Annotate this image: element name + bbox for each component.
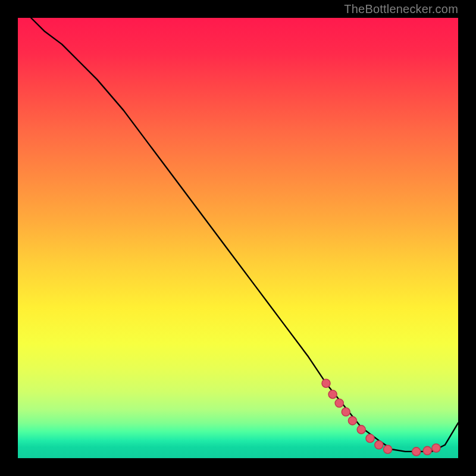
data-point: [366, 434, 374, 443]
chart-svg: [18, 18, 458, 458]
chart-curve: [31, 18, 458, 452]
data-point: [342, 408, 350, 416]
data-point: [322, 379, 330, 387]
data-point: [348, 416, 356, 425]
data-point: [328, 390, 337, 399]
data-point: [384, 445, 392, 453]
data-point: [335, 399, 343, 408]
data-point: [412, 447, 421, 456]
data-point: [375, 441, 383, 449]
chart-markers: [322, 379, 440, 456]
chart-stage: TheBottlenecker.com: [0, 0, 476, 476]
watermark-text: TheBottlenecker.com: [344, 2, 458, 16]
data-point: [423, 446, 431, 455]
data-point: [432, 444, 440, 452]
chart-plot-area: [18, 18, 458, 458]
data-point: [357, 425, 365, 434]
